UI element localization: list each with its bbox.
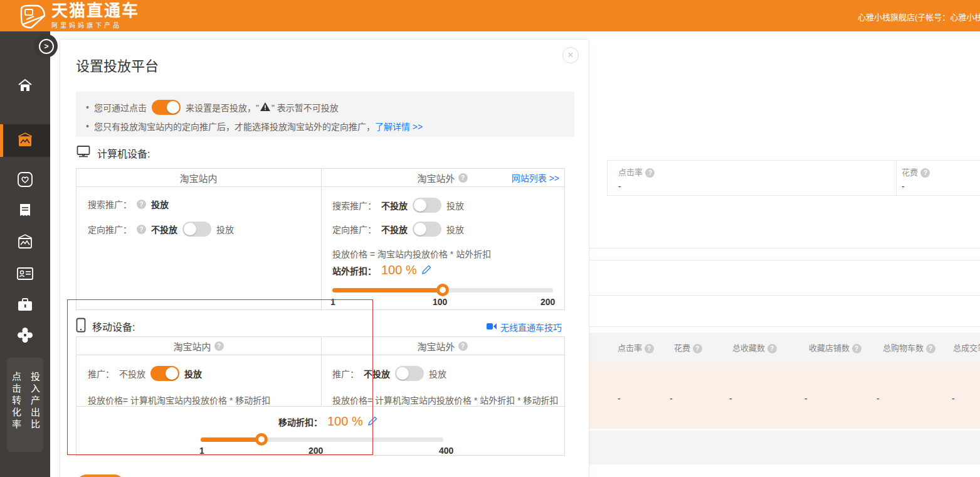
- metrics-table-header: 点击率 ? 花费 ? 总收藏数 ? 收藏店铺数 ? 总购物车数 ? 总成交笔: [589, 333, 980, 362]
- sidebar: > 点击转化率 投入产出比: [0, 31, 50, 477]
- notice-text: 您只有投放淘宝站内的定向推广后，才能选择投放淘宝站外的定向推广，: [94, 120, 375, 132]
- edit-pencil-icon[interactable]: [422, 265, 431, 276]
- col-taobao-in: 淘宝站内: [76, 169, 320, 186]
- col-taobao-out: 淘宝站外 ?: [320, 337, 564, 355]
- divider: [589, 248, 980, 249]
- pc-in-search-row: 搜索推广： ? 投放: [88, 198, 169, 210]
- sidebar-metrics-panel[interactable]: 点击转化率 投入产出比: [7, 358, 43, 452]
- save-button[interactable]: [76, 474, 125, 477]
- pc-out-search-row: 搜索推广： 不投放 投放: [332, 198, 464, 213]
- col-taobao-out: 淘宝站外 ? 网站列表 >>: [320, 169, 564, 186]
- help-icon[interactable]: ?: [645, 344, 654, 353]
- cell: -: [618, 394, 621, 404]
- notice-text: " 表示暂不可投放: [271, 101, 339, 114]
- app-title: 天猫直通车: [51, 3, 139, 19]
- mob-in-formula: 投放价格= 计算机淘宝站内投放价格 * 移动折扣: [88, 394, 270, 406]
- help-icon[interactable]: ?: [767, 344, 777, 353]
- help-icon[interactable]: ?: [920, 168, 930, 178]
- sidebar-item-gallery[interactable]: [0, 226, 50, 259]
- tick-max: 200: [540, 297, 555, 307]
- help-icon[interactable]: ?: [693, 344, 702, 353]
- help-icon[interactable]: ?: [852, 344, 861, 353]
- active-indicator: [0, 124, 3, 157]
- cost-label: 花费: [902, 168, 918, 177]
- notice-box: • 您可通过点击 来设置是否投放，" " 表示暂不可投放 • 您只有投放淘宝站内…: [76, 92, 574, 137]
- state-on: 投放: [184, 367, 202, 380]
- slider-knob[interactable]: [436, 284, 449, 296]
- pc-in-target-toggle[interactable]: [182, 222, 211, 237]
- campaign-icon: [16, 132, 34, 149]
- sidebar-item-apps[interactable]: [0, 319, 50, 351]
- mob-in-promo-toggle[interactable]: [150, 366, 179, 381]
- heart-icon: [17, 171, 33, 188]
- pc-out-target-row: 定向推广： 不投放 投放: [332, 222, 464, 237]
- example-toggle: [152, 100, 181, 115]
- divider: [589, 260, 980, 260]
- help-icon[interactable]: ?: [137, 225, 146, 234]
- summary-card: 点击率 ? - 花费 ? -: [607, 160, 980, 196]
- account-info[interactable]: 心雅小栈旗舰店(子帐号：心雅小栈: [858, 11, 980, 23]
- picture-frame-icon: [16, 234, 34, 250]
- tick-min: 1: [330, 297, 335, 307]
- computer-icon: [76, 145, 91, 161]
- top-header: 天猫直通车 阿里妈妈旗下产品 心雅小栈旗舰店(子帐号：心雅小栈: [0, 0, 980, 31]
- help-icon[interactable]: ?: [458, 173, 468, 183]
- wireless-tips[interactable]: 无线直通车技巧: [487, 321, 562, 333]
- pc-out-search-toggle[interactable]: [413, 198, 441, 213]
- mobile-table: 淘宝站内 ? 淘宝站外 ? 推广： 不投放 投放 推广： 不投放 投放 投放价格…: [76, 336, 565, 456]
- sidebar-item-contacts[interactable]: [0, 257, 50, 290]
- mob-out-promo-row: 推广： 不投放 投放: [332, 366, 446, 381]
- divider: [589, 295, 980, 296]
- phone-icon: [76, 318, 86, 335]
- pc-out-discount-slider[interactable]: [332, 284, 553, 296]
- notice-text: 来设置是否投放，": [186, 101, 259, 114]
- pc-out-discount: 站外折扣： 100 %: [332, 263, 431, 277]
- help-icon[interactable]: ?: [458, 341, 468, 351]
- dialog-title: 设置投放平台: [76, 55, 159, 75]
- help-icon[interactable]: ?: [214, 341, 224, 351]
- pc-in-target-row: 定向推广： ? 不投放 投放: [88, 222, 234, 237]
- help-icon[interactable]: ?: [926, 344, 935, 353]
- computer-table: 淘宝站内 淘宝站外 ? 网站列表 >> 搜索推广： ? 投放 定向推广： ? 不…: [76, 168, 565, 310]
- mob-out-promo-toggle[interactable]: [395, 366, 424, 381]
- divider: [76, 406, 566, 407]
- table-row: [589, 431, 980, 464]
- mobile-discount-slider[interactable]: [201, 433, 443, 446]
- sidebar-item-reports[interactable]: [0, 195, 50, 227]
- tick-mid: 200: [308, 446, 323, 456]
- slider-knob[interactable]: [255, 433, 268, 446]
- pc-out-target-toggle[interactable]: [413, 222, 441, 237]
- discount-value: 100 %: [327, 414, 363, 429]
- learn-more-link[interactable]: 了解详情 >>: [375, 120, 423, 132]
- puzzle-icon: [16, 326, 34, 344]
- briefcase-icon: [17, 297, 33, 313]
- sidebar-expand-button[interactable]: >: [34, 34, 58, 58]
- video-icon: [487, 322, 497, 332]
- notice-text: 您可通过点击: [94, 101, 147, 114]
- cell: -: [670, 394, 673, 404]
- close-icon[interactable]: ✕: [562, 47, 579, 63]
- state-off: 不投放: [151, 223, 177, 235]
- sidebar-item-toolbox[interactable]: [0, 289, 50, 321]
- sidebar-item-favorites[interactable]: [0, 163, 50, 196]
- underlying-page: 点击率 ? - 花费 ? - 点击率 ? 花费 ? 总收藏数 ? 收藏店铺数 ?…: [589, 31, 980, 477]
- help-icon[interactable]: ?: [137, 200, 146, 209]
- cell: -: [804, 394, 808, 404]
- receipt-icon: [18, 203, 33, 219]
- wireless-tips-link[interactable]: 无线直通车技巧: [500, 321, 562, 333]
- edit-pencil-icon[interactable]: [368, 416, 377, 427]
- logo[interactable]: 天猫直通车 阿里妈妈旗下产品: [18, 3, 139, 29]
- help-icon[interactable]: ?: [645, 168, 655, 178]
- col-cost: 花费 ?: [674, 341, 702, 353]
- col-fav-shop: 收藏店铺数 ?: [809, 341, 861, 353]
- train-logo-icon: [18, 3, 46, 29]
- site-list-link[interactable]: 网站列表 >>: [512, 171, 559, 184]
- home-icon: [17, 78, 33, 93]
- id-card-icon: [16, 266, 34, 281]
- divider: [896, 161, 897, 195]
- cost-value: -: [902, 181, 930, 191]
- sidebar-item-home[interactable]: [0, 69, 50, 102]
- sidebar-item-campaign-active[interactable]: [0, 124, 50, 157]
- metric-click-conversion: 点击转化率: [9, 372, 23, 452]
- tick-min: 1: [199, 446, 204, 456]
